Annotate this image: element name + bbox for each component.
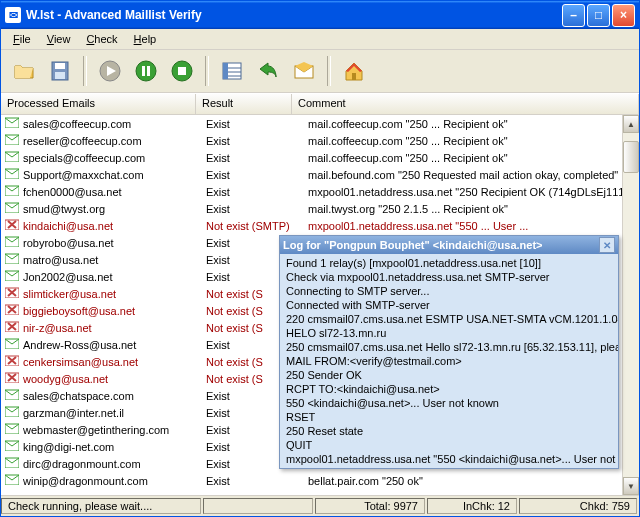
mail-ok-icon [5, 338, 19, 351]
result-cell: Exist [200, 152, 302, 164]
log-line: 550 <kindaichi@usa.net>... User not know… [286, 396, 612, 410]
mail-bad-icon [5, 219, 19, 232]
home-button[interactable] [337, 54, 371, 88]
scroll-down-button[interactable]: ▼ [623, 477, 639, 495]
mail-ok-icon [5, 151, 19, 164]
log-close-button[interactable]: ✕ [599, 237, 615, 253]
scroll-up-button[interactable]: ▲ [623, 115, 639, 133]
open-button[interactable] [7, 54, 41, 88]
email-cell: smud@twyst.org [23, 203, 105, 215]
email-cell: fchen0000@usa.net [23, 186, 122, 198]
svg-rect-15 [352, 73, 356, 80]
menu-help[interactable]: Help [126, 31, 165, 47]
email-cell: cenkersimsan@usa.net [23, 356, 138, 368]
table-row[interactable]: reseller@coffeecup.comExistmail.coffeecu… [1, 132, 639, 149]
menu-view[interactable]: View [39, 31, 79, 47]
svg-rect-1 [55, 63, 65, 69]
comment-cell: bellat.pair.com "250 ok" [302, 475, 639, 487]
log-popup-header[interactable]: Log for "Pongpun Bouphet" <kindaichi@usa… [280, 236, 618, 254]
result-cell: Exist [200, 118, 302, 130]
mail-ok-icon [5, 474, 19, 487]
mail-button[interactable] [287, 54, 321, 88]
email-cell: garzman@inter.net.il [23, 407, 124, 419]
header-result[interactable]: Result [196, 94, 292, 114]
log-popup-title: Log for "Pongpun Bouphet" <kindaichi@usa… [283, 239, 543, 251]
email-cell: specials@coffeecup.com [23, 152, 145, 164]
menu-check[interactable]: Check [78, 31, 125, 47]
table-row[interactable]: specials@coffeecup.comExistmail.coffeecu… [1, 149, 639, 166]
log-popup: Log for "Pongpun Bouphet" <kindaichi@usa… [279, 235, 619, 469]
table-row[interactable]: kindaichi@usa.netNot exist (SMTP)mxpool0… [1, 217, 639, 234]
mail-ok-icon [5, 117, 19, 130]
email-cell: matro@usa.net [23, 254, 98, 266]
mail-ok-icon [5, 389, 19, 402]
mail-ok-icon [5, 406, 19, 419]
comment-cell: mail.coffeecup.com "250 ... Recipient ok… [302, 152, 639, 164]
header-emails[interactable]: Processed Emails [1, 94, 196, 114]
comment-cell: mxpool01.netaddress.usa.net "550 ... Use… [302, 220, 639, 232]
comment-cell: mail.coffeecup.com "250 ... Recipient ok… [302, 135, 639, 147]
menu-file[interactable]: File [5, 31, 39, 47]
table-row[interactable]: winip@dragonmount.comExistbellat.pair.co… [1, 472, 639, 489]
mail-ok-icon [5, 185, 19, 198]
save-button[interactable] [43, 54, 77, 88]
list-button[interactable] [215, 54, 249, 88]
result-cell: Exist [200, 135, 302, 147]
column-headers: Processed Emails Result Comment [1, 93, 639, 115]
email-cell: king@digi-net.com [23, 441, 114, 453]
email-cell: woodyg@usa.net [23, 373, 108, 385]
email-cell: Support@maxxchat.com [23, 169, 144, 181]
email-cell: webmaster@getinthering.com [23, 424, 169, 436]
email-cell: robyrobo@usa.net [23, 237, 114, 249]
maximize-button[interactable]: □ [587, 4, 610, 27]
table-row[interactable]: Support@maxxchat.comExistmail.befound.co… [1, 166, 639, 183]
email-cell: sales@coffeecup.com [23, 118, 131, 130]
mail-bad-icon [5, 355, 19, 368]
table-row[interactable]: fchen0000@usa.netExistmxpool01.netaddres… [1, 183, 639, 200]
vertical-scrollbar[interactable]: ▲ ▼ [622, 115, 639, 495]
table-row[interactable]: smud@twyst.orgExistmail.twyst.org "250 2… [1, 200, 639, 217]
log-line: mxpool01.netaddress.usa.net "550 <kindai… [286, 452, 612, 466]
log-line: MAIL FROM:<verify@testmail.com> [286, 354, 612, 368]
mail-ok-icon [5, 423, 19, 436]
mail-ok-icon [5, 253, 19, 266]
mail-bad-icon [5, 287, 19, 300]
log-line: Found 1 relay(s) [mxpool01.netaddress.us… [286, 256, 612, 270]
log-line: 250 Sender OK [286, 368, 612, 382]
play-button[interactable] [93, 54, 127, 88]
log-body: Found 1 relay(s) [mxpool01.netaddress.us… [280, 254, 618, 468]
pause-button[interactable] [129, 54, 163, 88]
svg-rect-13 [223, 63, 228, 79]
menu-bar: File View Check Help [1, 29, 639, 50]
toolbar [1, 50, 639, 93]
minimize-button[interactable]: – [562, 4, 585, 27]
reply-button[interactable] [251, 54, 285, 88]
mail-bad-icon [5, 321, 19, 334]
title-bar[interactable]: ✉ W.lst - Advanced Maillist Verify – □ × [1, 1, 639, 29]
comment-cell: mail.twyst.org "250 2.1.5 ... Recipient … [302, 203, 639, 215]
mail-bad-icon [5, 304, 19, 317]
email-cell: Jon2002@usa.net [23, 271, 112, 283]
result-cell: Exist [200, 186, 302, 198]
email-cell: sales@chatspace.com [23, 390, 134, 402]
email-list[interactable]: sales@coffeecup.comExistmail.coffeecup.c… [1, 115, 639, 495]
email-cell: dirc@dragonmount.com [23, 458, 141, 470]
stop-button[interactable] [165, 54, 199, 88]
email-cell: Andrew-Ross@usa.net [23, 339, 136, 351]
comment-cell: mail.coffeecup.com "250 ... Recipient ok… [302, 118, 639, 130]
scroll-thumb[interactable] [623, 141, 639, 173]
status-chkd: Chkd: 759 [519, 498, 637, 514]
status-total: Total: 9977 [315, 498, 425, 514]
svg-rect-2 [55, 72, 65, 79]
email-cell: biggieboysoft@usa.net [23, 305, 135, 317]
status-inchk: InChk: 12 [427, 498, 517, 514]
log-line: QUIT [286, 438, 612, 452]
result-cell: Not exist (SMTP) [200, 220, 302, 232]
log-line: Check via mxpool01.netaddress.usa.net SM… [286, 270, 612, 284]
mail-ok-icon [5, 168, 19, 181]
table-row[interactable]: sales@coffeecup.comExistmail.coffeecup.c… [1, 115, 639, 132]
header-comment[interactable]: Comment [292, 94, 639, 114]
log-line: RSET [286, 410, 612, 424]
log-line: Connected with SMTP-server [286, 298, 612, 312]
close-button[interactable]: × [612, 4, 635, 27]
